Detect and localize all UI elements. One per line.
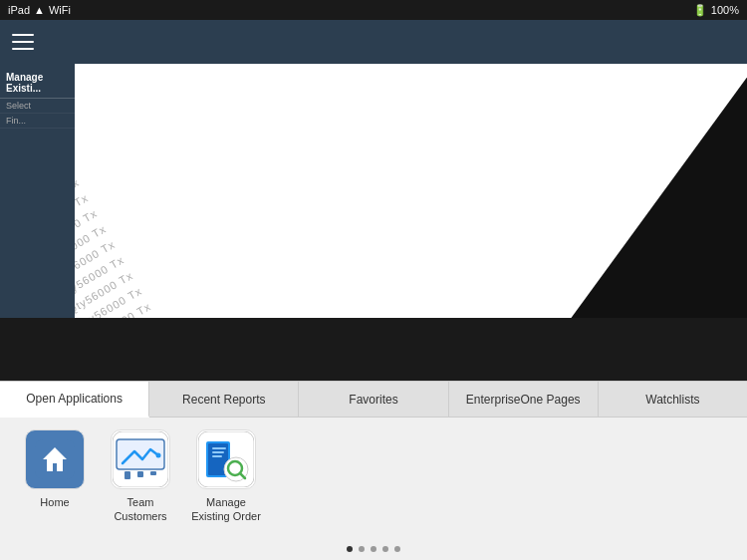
app-icon-team-customers[interactable]: Team Customers <box>106 429 175 524</box>
app-icon-home[interactable]: Home <box>20 429 90 509</box>
wifi-label: WiFi <box>49 4 71 16</box>
dot-2 <box>359 546 365 552</box>
svg-rect-6 <box>137 471 143 477</box>
dot-4 <box>382 546 388 552</box>
manage-panel-row2: Fin... <box>0 114 75 129</box>
tab-watchlists[interactable]: Watchlists <box>599 382 747 417</box>
tab-recent-reports[interactable]: Recent Reports <box>149 382 299 417</box>
svg-rect-5 <box>124 471 130 479</box>
battery-icon: 🔋 <box>693 4 707 17</box>
manage-panel: Manage Existi... Select Fin... <box>0 64 75 318</box>
home-label: Home <box>40 495 69 509</box>
svg-rect-13 <box>212 455 222 457</box>
status-left: iPad ▲ WiFi <box>8 4 71 16</box>
manage-panel-row1: Select <box>0 99 75 114</box>
carrier-label: iPad <box>8 4 30 16</box>
main-area: P15 56000 Qty000 QtyBO 100 Qty56000 Qty5… <box>0 64 747 560</box>
svg-rect-7 <box>150 471 156 475</box>
manage-panel-title: Manage Existi... <box>0 68 75 99</box>
status-bar: iPad ▲ WiFi 🔋 100% <box>0 0 747 20</box>
tab-open-applications[interactable]: Open Applications <box>0 382 149 418</box>
status-right: 🔋 100% <box>693 4 739 17</box>
page-curl-container: P15 56000 Qty000 QtyBO 100 Qty56000 Qty5… <box>0 64 747 318</box>
svg-rect-12 <box>212 451 224 453</box>
dot-3 <box>371 546 376 552</box>
tab-enterpriseone-pages[interactable]: EnterpriseOne Pages <box>449 382 599 417</box>
top-nav <box>0 20 747 64</box>
bottom-taskbar: Open Applications Recent Reports Favorit… <box>0 381 747 560</box>
home-icon <box>25 429 85 489</box>
manage-existing-order-label: Manage Existing Order <box>191 495 261 524</box>
dot-5 <box>394 546 400 552</box>
team-customers-label: Team Customers <box>106 495 175 524</box>
svg-rect-11 <box>212 447 226 449</box>
app-icons-area: Home Team Customers <box>0 418 747 560</box>
svg-point-4 <box>156 453 161 458</box>
menu-button[interactable] <box>12 34 34 50</box>
pagination-dots <box>0 546 747 552</box>
tab-bar: Open Applications Recent Reports Favorit… <box>0 382 747 418</box>
team-customers-icon <box>111 429 170 489</box>
app-icon-manage-existing-order[interactable]: Manage Existing Order <box>191 429 261 524</box>
battery-label: 100% <box>711 4 739 16</box>
tab-favorites[interactable]: Favorites <box>299 382 448 417</box>
wifi-icon: ▲ <box>34 4 45 16</box>
dot-1 <box>347 546 353 552</box>
manage-existing-order-icon <box>196 429 256 489</box>
